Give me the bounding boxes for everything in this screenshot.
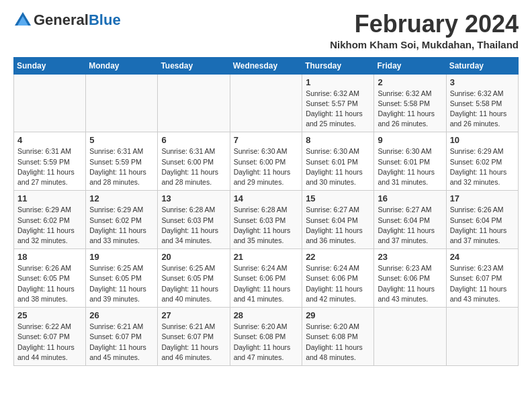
day-info: Sunrise: 6:32 AM Sunset: 5:58 PM Dayligh…: [378, 89, 442, 130]
calendar-cell: [374, 308, 446, 366]
day-info: Sunrise: 6:21 AM Sunset: 6:07 PM Dayligh…: [161, 322, 226, 363]
calendar-cell: 27Sunrise: 6:21 AM Sunset: 6:07 PM Dayli…: [158, 308, 230, 366]
day-info: Sunrise: 6:24 AM Sunset: 6:06 PM Dayligh…: [234, 263, 299, 304]
calendar-cell: 10Sunrise: 6:29 AM Sunset: 6:02 PM Dayli…: [446, 132, 518, 191]
calendar-cell: 19Sunrise: 6:25 AM Sunset: 6:05 PM Dayli…: [86, 249, 158, 308]
day-number: 6: [161, 135, 226, 145]
calendar-cell: 25Sunrise: 6:22 AM Sunset: 6:07 PM Dayli…: [14, 308, 86, 366]
day-info: Sunrise: 6:31 AM Sunset: 5:59 PM Dayligh…: [89, 146, 154, 187]
day-number: 25: [17, 310, 82, 320]
day-info: Sunrise: 6:26 AM Sunset: 6:04 PM Dayligh…: [450, 205, 515, 246]
day-info: Sunrise: 6:30 AM Sunset: 6:01 PM Dayligh…: [378, 146, 442, 187]
calendar-cell: 1Sunrise: 6:32 AM Sunset: 5:57 PM Daylig…: [302, 74, 374, 132]
calendar-cell: [230, 74, 302, 132]
day-info: Sunrise: 6:31 AM Sunset: 6:00 PM Dayligh…: [161, 146, 226, 187]
day-number: 12: [89, 193, 154, 203]
day-info: Sunrise: 6:29 AM Sunset: 6:02 PM Dayligh…: [17, 205, 82, 246]
day-number: 27: [161, 310, 226, 320]
day-info: Sunrise: 6:30 AM Sunset: 6:00 PM Dayligh…: [234, 146, 299, 187]
day-info: Sunrise: 6:31 AM Sunset: 5:59 PM Dayligh…: [17, 146, 82, 187]
calendar-cell: 17Sunrise: 6:26 AM Sunset: 6:04 PM Dayli…: [446, 191, 518, 249]
calendar-cell: 6Sunrise: 6:31 AM Sunset: 6:00 PM Daylig…: [158, 132, 230, 191]
weekday-header: Sunday: [14, 57, 86, 74]
day-number: 23: [378, 252, 442, 262]
calendar-cell: [86, 74, 158, 132]
weekday-header: Saturday: [446, 57, 518, 74]
calendar-cell: 4Sunrise: 6:31 AM Sunset: 5:59 PM Daylig…: [14, 132, 86, 191]
day-number: 8: [306, 135, 370, 145]
calendar-cell: 15Sunrise: 6:27 AM Sunset: 6:04 PM Dayli…: [302, 191, 374, 249]
location-subtitle: Nikhom Kham Soi, Mukdahan, Thailand: [330, 39, 519, 50]
calendar-cell: 9Sunrise: 6:30 AM Sunset: 6:01 PM Daylig…: [374, 132, 446, 191]
day-number: 13: [161, 193, 226, 203]
day-info: Sunrise: 6:26 AM Sunset: 6:05 PM Dayligh…: [17, 263, 82, 304]
calendar-cell: [158, 74, 230, 132]
calendar-cell: 13Sunrise: 6:28 AM Sunset: 6:03 PM Dayli…: [158, 191, 230, 249]
calendar-cell: [446, 308, 518, 366]
day-number: 14: [234, 193, 299, 203]
day-info: Sunrise: 6:32 AM Sunset: 5:57 PM Dayligh…: [306, 89, 370, 130]
calendar-cell: 8Sunrise: 6:30 AM Sunset: 6:01 PM Daylig…: [302, 132, 374, 191]
weekday-header: Monday: [86, 57, 158, 74]
day-number: 10: [450, 135, 515, 145]
day-number: 19: [89, 252, 154, 262]
day-info: Sunrise: 6:27 AM Sunset: 6:04 PM Dayligh…: [378, 205, 442, 246]
calendar-cell: 22Sunrise: 6:24 AM Sunset: 6:06 PM Dayli…: [302, 249, 374, 308]
calendar-cell: 16Sunrise: 6:27 AM Sunset: 6:04 PM Dayli…: [374, 191, 446, 249]
calendar-cell: 3Sunrise: 6:32 AM Sunset: 5:58 PM Daylig…: [446, 74, 518, 132]
month-title: February 2024: [330, 11, 519, 38]
day-info: Sunrise: 6:28 AM Sunset: 6:03 PM Dayligh…: [234, 205, 299, 246]
calendar-cell: 21Sunrise: 6:24 AM Sunset: 6:06 PM Dayli…: [230, 249, 302, 308]
day-number: 11: [17, 193, 82, 203]
calendar-cell: 11Sunrise: 6:29 AM Sunset: 6:02 PM Dayli…: [14, 191, 86, 249]
day-number: 29: [306, 310, 370, 320]
title-area: February 2024 Nikhom Kham Soi, Mukdahan,…: [330, 11, 519, 50]
day-number: 18: [17, 252, 82, 262]
calendar-cell: 23Sunrise: 6:23 AM Sunset: 6:06 PM Dayli…: [374, 249, 446, 308]
day-info: Sunrise: 6:25 AM Sunset: 6:05 PM Dayligh…: [89, 263, 154, 304]
day-number: 28: [234, 310, 299, 320]
day-info: Sunrise: 6:21 AM Sunset: 6:07 PM Dayligh…: [89, 322, 154, 363]
day-info: Sunrise: 6:29 AM Sunset: 6:02 PM Dayligh…: [89, 205, 154, 246]
logo-general-text: General: [34, 11, 89, 28]
day-number: 15: [306, 193, 370, 203]
day-info: Sunrise: 6:28 AM Sunset: 6:03 PM Dayligh…: [161, 205, 226, 246]
weekday-header: Friday: [374, 57, 446, 74]
day-number: 16: [378, 193, 442, 203]
day-info: Sunrise: 6:27 AM Sunset: 6:04 PM Dayligh…: [306, 205, 370, 246]
day-info: Sunrise: 6:25 AM Sunset: 6:05 PM Dayligh…: [161, 263, 226, 304]
weekday-header: Tuesday: [158, 57, 230, 74]
logo-blue-text: Blue: [89, 11, 121, 28]
day-number: 20: [161, 252, 226, 262]
day-number: 5: [89, 135, 154, 145]
day-info: Sunrise: 6:24 AM Sunset: 6:06 PM Dayligh…: [306, 263, 370, 304]
calendar-cell: 26Sunrise: 6:21 AM Sunset: 6:07 PM Dayli…: [86, 308, 158, 366]
day-number: 9: [378, 135, 442, 145]
day-number: 22: [306, 252, 370, 262]
calendar-cell: 18Sunrise: 6:26 AM Sunset: 6:05 PM Dayli…: [14, 249, 86, 308]
day-info: Sunrise: 6:20 AM Sunset: 6:08 PM Dayligh…: [306, 322, 370, 363]
day-number: 26: [89, 310, 154, 320]
calendar-cell: 24Sunrise: 6:23 AM Sunset: 6:07 PM Dayli…: [446, 249, 518, 308]
logo: GeneralBlue: [13, 11, 121, 30]
day-info: Sunrise: 6:32 AM Sunset: 5:58 PM Dayligh…: [450, 89, 515, 130]
day-number: 4: [17, 135, 82, 145]
day-number: 1: [306, 77, 370, 87]
calendar-cell: 7Sunrise: 6:30 AM Sunset: 6:00 PM Daylig…: [230, 132, 302, 191]
day-number: 2: [378, 77, 442, 87]
day-info: Sunrise: 6:23 AM Sunset: 6:06 PM Dayligh…: [378, 263, 442, 304]
calendar-cell: 28Sunrise: 6:20 AM Sunset: 6:08 PM Dayli…: [230, 308, 302, 366]
calendar-cell: [14, 74, 86, 132]
day-info: Sunrise: 6:20 AM Sunset: 6:08 PM Dayligh…: [234, 322, 299, 363]
calendar-cell: 14Sunrise: 6:28 AM Sunset: 6:03 PM Dayli…: [230, 191, 302, 249]
calendar-cell: 12Sunrise: 6:29 AM Sunset: 6:02 PM Dayli…: [86, 191, 158, 249]
day-info: Sunrise: 6:30 AM Sunset: 6:01 PM Dayligh…: [306, 146, 370, 187]
day-info: Sunrise: 6:22 AM Sunset: 6:07 PM Dayligh…: [17, 322, 82, 363]
weekday-header: Thursday: [302, 57, 374, 74]
day-number: 21: [234, 252, 299, 262]
day-number: 17: [450, 193, 515, 203]
day-number: 24: [450, 252, 515, 262]
calendar-cell: 2Sunrise: 6:32 AM Sunset: 5:58 PM Daylig…: [374, 74, 446, 132]
day-number: 7: [234, 135, 299, 145]
weekday-header: Wednesday: [230, 57, 302, 74]
